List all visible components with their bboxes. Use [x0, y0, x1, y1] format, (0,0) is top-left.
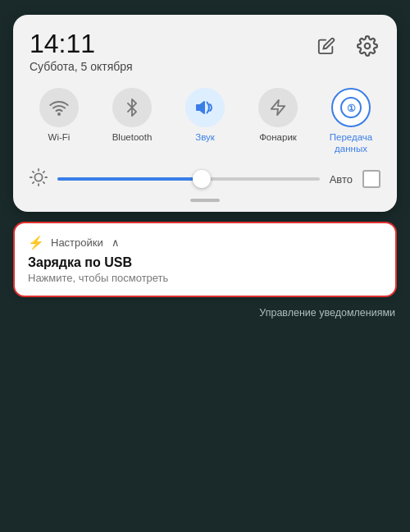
edit-button[interactable]: [313, 33, 339, 59]
sound-icon: [185, 88, 225, 127]
svg-point-0: [365, 44, 371, 49]
toggle-bluetooth[interactable]: Bluetooth: [102, 88, 162, 144]
toggle-flashlight[interactable]: Фонарик: [248, 88, 308, 144]
sound-label: Звук: [195, 132, 215, 144]
svg-marker-3: [271, 100, 285, 115]
auto-checkbox[interactable]: [362, 170, 380, 188]
brightness-icon: [30, 168, 48, 190]
quick-toggles-row: Wi-Fi Bluetooth Звук: [30, 88, 380, 155]
toggle-wifi[interactable]: Wi-Fi: [30, 88, 89, 144]
svg-point-1: [58, 113, 60, 115]
svg-point-6: [34, 173, 42, 181]
flashlight-label: Фонарик: [259, 132, 297, 144]
svg-line-14: [43, 172, 44, 172]
manage-notifications-label[interactable]: Управление уведомлениями: [259, 307, 395, 319]
drag-bar: [190, 199, 220, 202]
notification-card[interactable]: ⚡ Настройки ∧ Зарядка по USB Нажмите, чт…: [13, 222, 397, 297]
notif-subtitle: Нажмите, чтобы посмотреть: [28, 272, 382, 284]
notif-app-name: Настройки: [51, 236, 103, 249]
wifi-label: Wi-Fi: [48, 132, 71, 144]
datatransfer-icon: ①: [331, 88, 371, 127]
notif-title: Зарядка по USB: [28, 255, 382, 270]
toggle-sound[interactable]: Звук: [175, 88, 235, 144]
toggle-datatransfer[interactable]: ① Передача данных: [321, 88, 380, 155]
svg-line-13: [33, 182, 34, 183]
drag-handle: [30, 199, 380, 202]
notif-chevron: ∧: [112, 236, 120, 249]
svg-marker-2: [197, 102, 204, 113]
brightness-thumb[interactable]: [193, 170, 211, 188]
clock-date: Суббота, 5 октября: [30, 60, 133, 73]
bluetooth-icon: [112, 88, 152, 127]
manage-notifications-row: Управление уведомлениями: [0, 297, 410, 319]
bluetooth-label: Bluetooth: [112, 132, 153, 144]
brightness-slider[interactable]: [57, 177, 320, 181]
brightness-fill: [57, 177, 202, 181]
svg-line-9: [33, 172, 34, 172]
quick-settings-panel: 14:11 Суббота, 5 октября: [13, 15, 397, 212]
clock-time: 14:11: [30, 30, 133, 58]
usb-icon: ⚡: [28, 235, 44, 250]
svg-line-10: [43, 182, 44, 183]
notif-header: ⚡ Настройки ∧: [28, 235, 382, 250]
time-block: 14:11 Суббота, 5 октября: [30, 30, 133, 73]
top-bar: 14:11 Суббота, 5 октября: [30, 30, 380, 73]
brightness-row: Авто: [30, 168, 380, 190]
settings-button[interactable]: [354, 33, 380, 59]
wifi-icon: [39, 88, 79, 127]
flashlight-icon: [258, 88, 298, 127]
datatransfer-label: Передача данных: [326, 132, 376, 155]
svg-text:①: ①: [347, 103, 356, 114]
top-action-icons: [313, 33, 380, 59]
auto-label: Авто: [330, 173, 353, 186]
